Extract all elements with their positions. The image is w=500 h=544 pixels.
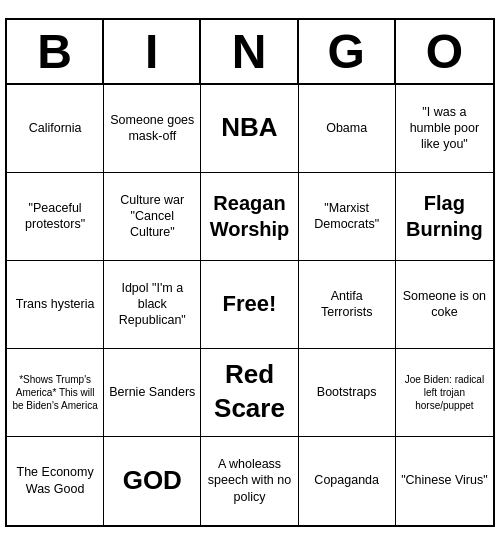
bingo-cell-15: *Shows Trump's America* This will be Bid… (7, 349, 104, 437)
bingo-cell-10: Trans hysteria (7, 261, 104, 349)
bingo-cell-12: Free! (201, 261, 298, 349)
bingo-cell-7: Reagan Worship (201, 173, 298, 261)
bingo-card: BINGO CaliforniaSomeone goes mask-offNBA… (5, 18, 495, 527)
bingo-cell-23: Copaganda (299, 437, 396, 525)
bingo-cell-19: Joe Biden: radical left trojan horse/pup… (396, 349, 493, 437)
bingo-cell-14: Someone is on coke (396, 261, 493, 349)
bingo-cell-0: California (7, 85, 104, 173)
bingo-cell-11: Idpol "I'm a black Republican" (104, 261, 201, 349)
bingo-grid: CaliforniaSomeone goes mask-offNBAObama"… (7, 85, 493, 525)
bingo-cell-18: Bootstraps (299, 349, 396, 437)
bingo-cell-13: Antifa Terrorists (299, 261, 396, 349)
bingo-cell-4: "I was a humble poor like you" (396, 85, 493, 173)
bingo-cell-6: Culture war "Cancel Culture" (104, 173, 201, 261)
bingo-cell-1: Someone goes mask-off (104, 85, 201, 173)
bingo-cell-21: GOD (104, 437, 201, 525)
bingo-cell-20: The Economy Was Good (7, 437, 104, 525)
bingo-letter-b: B (7, 20, 104, 83)
bingo-cell-9: Flag Burning (396, 173, 493, 261)
bingo-letter-o: O (396, 20, 493, 83)
bingo-cell-24: "Chinese Virus" (396, 437, 493, 525)
bingo-letter-n: N (201, 20, 298, 83)
bingo-letter-g: G (299, 20, 396, 83)
bingo-letter-i: I (104, 20, 201, 83)
bingo-cell-17: Red Scare (201, 349, 298, 437)
bingo-header: BINGO (7, 20, 493, 85)
bingo-cell-22: A wholeass speech with no policy (201, 437, 298, 525)
bingo-cell-8: "Marxist Democrats" (299, 173, 396, 261)
bingo-cell-2: NBA (201, 85, 298, 173)
bingo-cell-16: Bernie Sanders (104, 349, 201, 437)
bingo-cell-3: Obama (299, 85, 396, 173)
bingo-cell-5: "Peaceful protestors" (7, 173, 104, 261)
